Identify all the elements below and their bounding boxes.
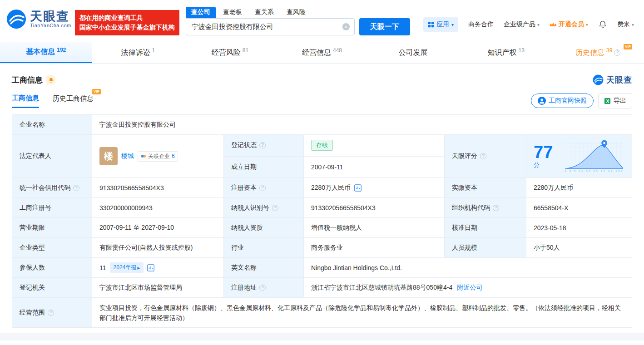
search-box: × [186, 18, 355, 35]
chevron-down-icon: ▾ [537, 22, 540, 27]
clear-search-icon[interactable]: × [342, 23, 350, 30]
capital-compare-icon[interactable] [354, 184, 362, 192]
search-button[interactable]: 天眼一下 [359, 18, 410, 35]
credit-code-label-cell: 统一社会信用代码 [12, 178, 92, 198]
company-name-label: 企业名称 [12, 115, 92, 135]
notifications-bell-icon[interactable] [598, 20, 607, 29]
slogan-line1: 都在用的商业查询工具 [79, 13, 175, 23]
subtab-business-info[interactable]: 工商信息 [12, 94, 39, 108]
tianyancha-logo[interactable]: 天眼查 TianYanCha.com [6, 9, 71, 29]
search-tab-company[interactable]: 查公司 [186, 7, 216, 18]
score-cell: 77分 1 3 5 10 50 65 97 99 100 [526, 135, 632, 178]
help-icon[interactable] [259, 142, 266, 148]
insured-num-value-cell: 11 2024年报 ▸ [92, 258, 224, 278]
company-name-value: 宁波金田投资控股有限公司 [92, 115, 632, 135]
company-detail-tabs: 基本信息192 法律诉讼1 经营风险81 经营信息448 公司发展 知识产权13… [0, 42, 644, 64]
business-scope-label: 经营范围 [20, 309, 45, 317]
search-area: 查公司 查老板 查关系 查风险 × 天眼一下 [186, 6, 410, 35]
credit-code-label: 统一社会信用代码 [20, 184, 70, 192]
official-snapshot-button[interactable]: 工商官网快照 [531, 94, 594, 108]
table-row: 登记机关 宁波市江北区市场监督管理局 注册地址 浙江省宁波市江北区慈城镇胡坑基路… [12, 278, 632, 298]
nav-enterprise-label: 企业级产品 [504, 20, 535, 29]
help-icon[interactable] [73, 185, 79, 191]
tab-history-info[interactable]: VIP 历史信息39 [552, 42, 644, 63]
help-icon[interactable] [480, 153, 486, 159]
export-label: 导出 [614, 97, 626, 105]
help-icon[interactable] [493, 205, 499, 211]
search-tab-boss[interactable]: 查老板 [218, 7, 248, 18]
search-tab-relation[interactable]: 查关系 [249, 7, 279, 18]
tab-company-development[interactable]: 公司发展 [368, 42, 460, 63]
reg-capital-value: 2280万人民币 [311, 184, 351, 192]
table-row: 企业名称 宁波金田投资控股有限公司 [12, 115, 632, 135]
approve-date-value: 2023-05-18 [526, 218, 632, 238]
reg-address-label-cell: 注册地址 [224, 278, 304, 298]
taxpayer-quality-label: 纳税人资质 [224, 218, 304, 238]
reg-no-value: 330200000009943 [92, 198, 224, 218]
help-icon[interactable] [272, 205, 278, 211]
reg-address-label: 注册地址 [231, 284, 257, 292]
help-icon[interactable] [48, 310, 54, 316]
status-badge: 存续 [311, 140, 333, 151]
top-nav: 应用 ▾ 商务合作 企业级产品 ▾ 开通会员 ▾ 费米 ▾ [423, 17, 634, 32]
english-name-value: Ningbo Jintian Holdings Co.,Ltd. [304, 258, 632, 278]
tab-intellectual-property[interactable]: 知识产权13 [460, 42, 552, 63]
search-input[interactable] [192, 19, 342, 34]
search-tabs: 查公司 查老板 查关系 查风险 [186, 6, 410, 18]
table-row: 工商注册号 330200000009943 纳税人识别号 91330205665… [12, 198, 632, 218]
tab-label: 基本信息 [26, 47, 55, 57]
org-code-label-cell: 组织机构代码 [445, 198, 526, 218]
nav-vip-upgrade[interactable]: 开通会员 ▾ [550, 20, 588, 29]
help-icon[interactable] [259, 185, 266, 191]
tab-basic-info[interactable]: 基本信息192 [0, 42, 92, 63]
legal-rep-avatar[interactable]: 楼 [99, 147, 118, 165]
legal-rep-name-link[interactable]: 楼城 [121, 152, 134, 160]
nav-enterprise-products[interactable]: 企业级产品 ▾ [504, 20, 540, 29]
tab-operation-risk[interactable]: 经营风险81 [184, 42, 276, 63]
nav-vip-label: 开通会员 [559, 20, 584, 29]
subtab-history-business-info[interactable]: VIP 历史工商信息 [53, 94, 94, 107]
export-button[interactable]: 导出 [598, 93, 632, 108]
reg-status-label-cell: 登记状态 [224, 135, 304, 157]
insured-compare-icon[interactable] [147, 264, 154, 271]
chevron-down-icon: ▾ [451, 22, 454, 27]
vip-badge: VIP [92, 89, 101, 94]
monitor-bell-icon[interactable] [46, 75, 55, 84]
tab-operation-info[interactable]: 经营信息448 [276, 42, 368, 63]
tianyancha-logo-icon [593, 74, 604, 85]
table-row: 参保人数 11 2024年报 ▸ 英文名称 Ningbo Jintian [12, 258, 632, 278]
related-companies-badge[interactable]: 关联企业 6 [138, 151, 178, 162]
search-tab-risk[interactable]: 查风险 [281, 7, 311, 18]
top-header: 天眼查 TianYanCha.com 都在用的商业查询工具 国家中小企业发展子基… [0, 0, 644, 42]
tab-label: 历史信息 [575, 48, 604, 58]
help-icon[interactable] [259, 285, 266, 291]
crown-icon [550, 22, 557, 27]
tab-count: 192 [57, 47, 66, 53]
reg-status-label: 登记状态 [231, 141, 257, 149]
tab-legal-litigation[interactable]: 法律诉讼1 [92, 42, 184, 63]
nav-cooperation[interactable]: 商务合作 [468, 20, 494, 29]
help-icon[interactable] [614, 49, 620, 56]
nearby-companies-link[interactable]: 附近公司 [457, 284, 482, 292]
user-menu[interactable]: 费米 ▾ [617, 20, 634, 29]
business-scope-value: 实业项目投资，有色金属原材料（除废铜）、黑色金属原材料、化工原料及产品（除危险化… [92, 298, 632, 328]
reg-authority-value: 宁波市江北区市场监督管理局 [92, 278, 224, 298]
brand-name: 天眼查 [30, 10, 71, 23]
table-row: 统一社会信用代码 9133020566558504X3 注册资本 2280万人民… [12, 178, 632, 198]
section-actions: 工商官网快照 导出 [531, 93, 632, 108]
related-companies-icon [141, 153, 146, 159]
annual-report-badge[interactable]: 2024年报 ▸ [110, 262, 144, 273]
taxpayer-no-label: 纳税人识别号 [231, 204, 269, 212]
subtab-label: 历史工商信息 [53, 94, 94, 102]
table-row: 营业期限 2007-09-11 至 2027-09-10 纳税人资质 增值税一般… [12, 218, 632, 238]
chevron-down-icon: ▾ [632, 22, 634, 27]
table-row: 经营范围 实业项目投资，有色金属原材料（除废铜）、黑色金属原材料、化工原料及产品… [12, 298, 632, 328]
legal-rep-label: 法定代表人 [12, 135, 92, 178]
apps-grid-icon [428, 21, 434, 28]
apps-menu[interactable]: 应用 ▾ [423, 17, 458, 32]
legal-rep-cell: 楼 楼城 关联企业 6 [92, 135, 224, 178]
tab-count: 39 [606, 47, 612, 54]
tab-count: 1 [152, 47, 155, 54]
business-scope-label-cell: 经营范围 [12, 298, 92, 328]
score-unit: 分 [534, 162, 540, 168]
